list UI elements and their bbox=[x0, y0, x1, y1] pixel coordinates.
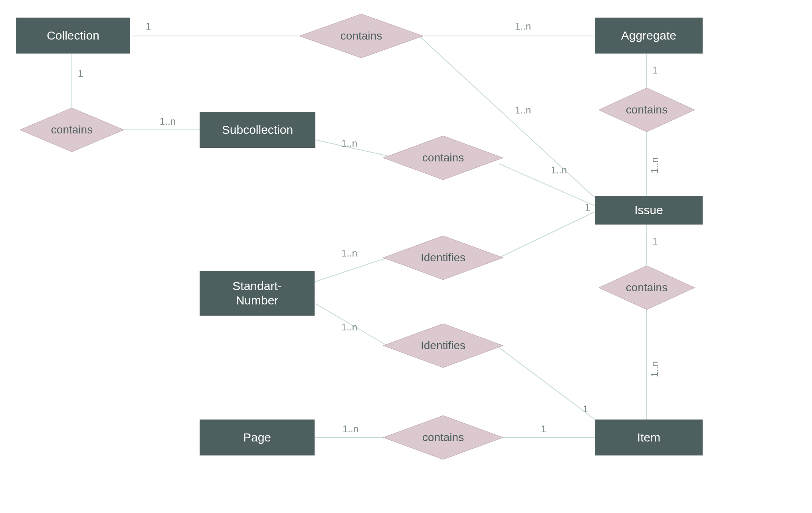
entity-page: Page bbox=[200, 420, 315, 455]
relationship-label: contains bbox=[422, 151, 464, 164]
entity-collection: Collection bbox=[16, 18, 130, 54]
relationship-contains-5: contains bbox=[599, 266, 695, 310]
cardinality-label: 1 bbox=[585, 202, 590, 213]
entity-aggregate: Aggregate bbox=[595, 18, 703, 54]
entity-label: Collection bbox=[47, 28, 99, 43]
relationship-contains-3: contains bbox=[599, 88, 695, 132]
er-diagram-canvas: Collection Aggregate Subcollection Issue… bbox=[0, 0, 812, 513]
relationship-identifies-1: Identifies bbox=[383, 236, 503, 280]
svg-line-12 bbox=[499, 212, 595, 258]
cardinality-label: 1 bbox=[652, 236, 658, 247]
relationship-contains-2: contains bbox=[20, 108, 124, 152]
cardinality-label: 1..n bbox=[341, 248, 357, 259]
entity-issue: Issue bbox=[595, 196, 703, 225]
cardinality-label: 1 bbox=[652, 65, 658, 76]
entity-label: Subcollection bbox=[222, 123, 293, 137]
cardinality-label: 1 bbox=[146, 21, 151, 32]
relationship-label: contains bbox=[341, 30, 382, 42]
cardinality-label: 1..n bbox=[649, 157, 660, 173]
cardinality-label: 1..n bbox=[341, 138, 357, 149]
relationship-contains-1: contains bbox=[299, 14, 423, 58]
relationship-contains-6: contains bbox=[383, 416, 503, 459]
entity-subcollection: Subcollection bbox=[200, 112, 315, 148]
entity-label: Item bbox=[637, 430, 660, 445]
cardinality-label: 1..n bbox=[343, 424, 358, 435]
entity-label: Aggregate bbox=[621, 28, 676, 43]
relationship-label: contains bbox=[626, 103, 667, 116]
svg-line-5 bbox=[499, 164, 595, 206]
cardinality-label: 1 bbox=[583, 404, 588, 415]
cardinality-label: 1..n bbox=[515, 105, 531, 116]
cardinality-label: 1..n bbox=[160, 116, 176, 127]
cardinality-label: 1 bbox=[78, 68, 83, 79]
cardinality-label: 1..n bbox=[649, 361, 660, 377]
svg-line-14 bbox=[499, 348, 595, 420]
cardinality-label: 1..n bbox=[551, 165, 567, 176]
relationship-label: contains bbox=[626, 281, 667, 294]
cardinality-label: 1..n bbox=[515, 21, 531, 32]
entity-label: Issue bbox=[634, 203, 663, 217]
relationship-label: Identifies bbox=[421, 251, 465, 264]
entity-standart-number: Standart- Number bbox=[200, 271, 315, 316]
svg-line-11 bbox=[315, 258, 387, 282]
entity-label: Standart- Number bbox=[232, 279, 281, 308]
entity-label: Page bbox=[243, 430, 271, 445]
relationship-label: contains bbox=[51, 123, 93, 136]
relationship-label: contains bbox=[422, 431, 464, 444]
cardinality-label: 1 bbox=[541, 424, 546, 435]
cardinality-label: 1..n bbox=[341, 322, 357, 333]
entity-item: Item bbox=[595, 420, 703, 455]
relationship-contains-4: contains bbox=[383, 136, 503, 180]
relationship-label: Identifies bbox=[421, 339, 465, 352]
relationship-identifies-2: Identifies bbox=[383, 324, 503, 368]
